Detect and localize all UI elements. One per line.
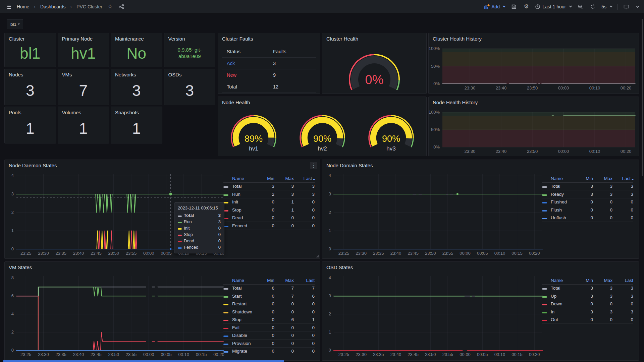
panel-title[interactable]: OSDs bbox=[164, 69, 215, 78]
panel-title[interactable]: Cluster bbox=[5, 33, 56, 42]
node-domain-states-legend: NameMinMaxLastTotal333Ready333Flushed000… bbox=[542, 175, 633, 222]
variable-dropdown-cluster[interactable]: bl1 bbox=[7, 19, 23, 29]
series-name[interactable]: Migrate bbox=[232, 349, 257, 354]
series-name[interactable]: Fenced bbox=[232, 223, 257, 228]
legend-sort-max[interactable]: Max bbox=[274, 176, 294, 181]
navbar-more-chevron-icon[interactable] bbox=[636, 5, 639, 7]
series-name[interactable]: Provision bbox=[232, 341, 257, 346]
legend-sort-max[interactable]: Max bbox=[274, 278, 294, 283]
legend-sort-max[interactable]: Max bbox=[593, 278, 612, 283]
panel-title[interactable]: Pools bbox=[5, 107, 56, 116]
series-max: 3 bbox=[274, 184, 294, 189]
svg-text:0: 0 bbox=[11, 246, 14, 251]
panel-title[interactable]: Cluster Faults bbox=[218, 33, 320, 42]
svg-text:23:45: 23:45 bbox=[408, 352, 419, 357]
breadcrumb-home[interactable]: Home bbox=[17, 4, 29, 9]
panel-title[interactable]: Networks bbox=[111, 69, 162, 78]
panel-title[interactable]: Maintenance bbox=[111, 33, 162, 42]
series-name[interactable]: Down bbox=[551, 301, 576, 306]
legend-sort-name[interactable]: Name bbox=[551, 278, 576, 283]
series-name[interactable]: Out bbox=[551, 317, 576, 322]
stat-panel-primary-node: Primary Nodehv1 bbox=[58, 33, 109, 67]
panel-title[interactable]: Volumes bbox=[58, 107, 109, 116]
series-name[interactable]: Ready bbox=[551, 192, 576, 197]
panel-title[interactable]: Primary Node bbox=[58, 33, 109, 42]
series-name[interactable]: Flush bbox=[551, 207, 576, 213]
share-button[interactable] bbox=[118, 3, 125, 10]
tooltip-series-name: Stop bbox=[184, 232, 218, 237]
series-name[interactable]: Restart bbox=[232, 301, 257, 306]
legend-sort-last[interactable]: Last bbox=[612, 176, 633, 181]
series-name[interactable]: Stop bbox=[232, 317, 257, 322]
tooltip-row: Total3 bbox=[178, 212, 221, 219]
dashboard-settings-button[interactable]: ⚙ bbox=[523, 3, 530, 10]
panel-title[interactable]: Snapshots bbox=[111, 107, 162, 116]
series-name[interactable]: Run bbox=[232, 192, 257, 197]
series-name[interactable]: Start bbox=[232, 294, 257, 299]
time-range-picker[interactable]: Last 1 hour bbox=[535, 4, 572, 9]
series-color-swatch bbox=[223, 351, 228, 353]
svg-text:23:30: 23:30 bbox=[465, 85, 476, 90]
panel-cluster-health-history: Cluster Health History 0%50%100%23:3023:… bbox=[428, 33, 639, 94]
series-name[interactable]: Shutdown bbox=[232, 309, 257, 314]
legend-sort-last[interactable]: Last bbox=[294, 176, 315, 181]
series-min: 0 bbox=[257, 349, 274, 354]
series-name[interactable]: Disable bbox=[232, 333, 257, 338]
legend-sort-name[interactable]: Name bbox=[232, 176, 257, 181]
series-name[interactable]: Total bbox=[232, 184, 257, 189]
node-health-history-chart[interactable]: 0%50%100%23:3023:4023:5000:0000:1000:20 bbox=[429, 97, 639, 156]
page-scrollbar[interactable] bbox=[642, 19, 643, 176]
series-color-swatch bbox=[542, 202, 547, 203]
series-name[interactable]: Init bbox=[232, 199, 257, 204]
clock-icon bbox=[535, 4, 540, 9]
series-name[interactable]: Unflush bbox=[551, 215, 576, 220]
svg-text:23:40: 23:40 bbox=[496, 149, 507, 154]
legend-sort-min[interactable]: Min bbox=[257, 176, 274, 181]
legend-sort-name[interactable]: Name bbox=[551, 176, 576, 181]
legend-sort-min[interactable]: Min bbox=[576, 176, 593, 181]
legend-row: Migrate000 bbox=[223, 348, 315, 356]
svg-text:23:50: 23:50 bbox=[527, 85, 538, 90]
legend-sort-name[interactable]: Name bbox=[232, 278, 257, 283]
panel-resize-handle[interactable] bbox=[316, 254, 319, 257]
panel-title[interactable]: Nodes bbox=[5, 69, 56, 78]
series-name[interactable]: Stop bbox=[232, 207, 257, 213]
series-name[interactable]: Total bbox=[551, 184, 576, 189]
zoom-out-time-button[interactable] bbox=[577, 3, 584, 10]
menu-toggle-button[interactable] bbox=[5, 3, 13, 10]
faults-table-row: Total12 bbox=[222, 81, 316, 93]
legend-sort-last[interactable]: Last bbox=[294, 278, 315, 283]
legend-row: Start076 bbox=[223, 292, 315, 300]
refresh-button[interactable] bbox=[589, 3, 596, 10]
fault-status-link[interactable]: New bbox=[222, 69, 269, 81]
refresh-interval-picker[interactable]: 5s bbox=[601, 4, 612, 9]
stat-panel-version: Version0.9.85~git-ab0a1e09 bbox=[164, 33, 216, 67]
series-min: 0 bbox=[257, 317, 274, 322]
legend-sort-max[interactable]: Max bbox=[593, 176, 612, 181]
series-name[interactable]: Up bbox=[551, 294, 576, 299]
legend-sort-min[interactable]: Min bbox=[257, 278, 274, 283]
cluster-health-history-chart[interactable]: 0%50%100%23:3023:4023:5000:0000:1000:20 bbox=[429, 33, 639, 94]
series-name[interactable]: Total bbox=[232, 286, 257, 291]
series-max: 3 bbox=[274, 192, 294, 197]
fault-status-link[interactable]: Total bbox=[222, 81, 269, 93]
breadcrumb-dashboards[interactable]: Dashboards bbox=[40, 4, 66, 9]
series-name[interactable]: Fail bbox=[232, 325, 257, 330]
series-name[interactable]: Total bbox=[551, 286, 576, 291]
star-favorite-button[interactable]: ☆ bbox=[106, 3, 114, 10]
add-panel-button[interactable]: Add bbox=[484, 4, 505, 9]
series-name[interactable]: Dead bbox=[232, 215, 257, 220]
kiosk-mode-button[interactable] bbox=[623, 3, 630, 10]
fault-count: 9 bbox=[269, 72, 316, 78]
panel-title[interactable]: VMs bbox=[58, 69, 109, 78]
panel-menu-icon[interactable]: ⋮ bbox=[310, 162, 317, 169]
series-name[interactable]: In bbox=[551, 309, 576, 314]
legend-row: Total333 bbox=[542, 285, 633, 293]
panel-title[interactable]: Version bbox=[164, 33, 215, 42]
series-name[interactable]: Flushed bbox=[551, 199, 576, 204]
hamburger-icon bbox=[7, 6, 11, 7]
save-dashboard-button[interactable] bbox=[510, 3, 518, 10]
fault-status-link[interactable]: Ack bbox=[222, 58, 269, 69]
legend-sort-last[interactable]: Last bbox=[612, 278, 633, 283]
legend-sort-min[interactable]: Min bbox=[576, 278, 593, 283]
